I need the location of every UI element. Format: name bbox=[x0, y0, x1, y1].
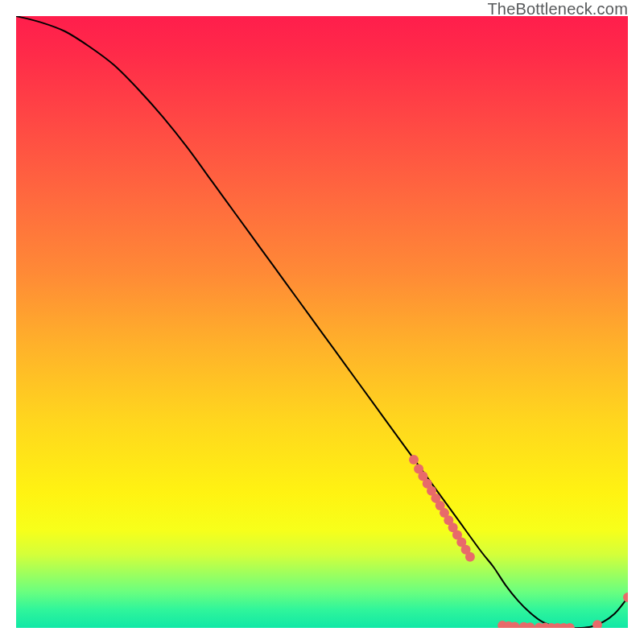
data-marker bbox=[565, 623, 575, 628]
bottleneck-curve bbox=[16, 16, 628, 628]
curve-group bbox=[16, 16, 628, 628]
chart-container: TheBottleneck.com bbox=[0, 0, 644, 644]
data-marker bbox=[465, 552, 475, 562]
data-marker bbox=[623, 592, 628, 602]
watermark-text: TheBottleneck.com bbox=[487, 0, 628, 19]
data-marker bbox=[409, 455, 419, 464]
chart-svg bbox=[16, 16, 628, 628]
data-marker bbox=[592, 620, 602, 628]
